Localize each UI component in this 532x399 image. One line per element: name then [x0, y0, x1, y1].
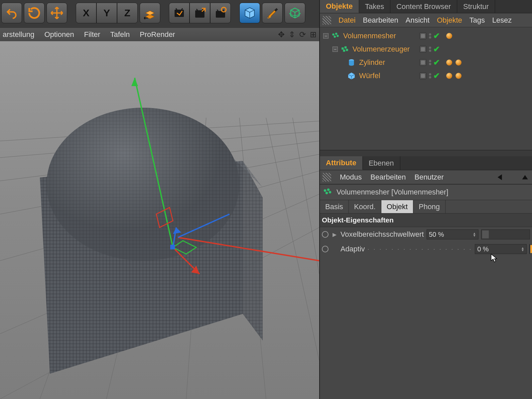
viewport-3d[interactable] [0, 41, 319, 399]
om-tabs: Objekte Takes Content Browser Struktur [320, 0, 532, 13]
om-menu-lesezeichen[interactable]: Lesez [492, 16, 512, 25]
am-empty-area [320, 256, 532, 399]
axis-x-button[interactable]: X [76, 3, 96, 23]
visibility-column: ✔ ✔ ✔ ✔ [420, 29, 440, 82]
am-menu-bearbeiten[interactable]: Bearbeiten [370, 173, 406, 182]
expand-icon[interactable]: ▶ [332, 231, 336, 238]
am-tabs: Attribute Ebenen [320, 156, 532, 170]
vpmenu-prorender[interactable]: ProRender [140, 30, 175, 39]
move-tool-button[interactable] [47, 3, 67, 23]
vp-nav-maximize-icon[interactable]: ⊞ [310, 30, 317, 39]
svg-point-20 [47, 108, 239, 261]
svg-point-30 [332, 33, 334, 36]
om-options-icon[interactable] [323, 16, 331, 25]
anim-key-toggle[interactable] [322, 231, 329, 238]
history-back-icon[interactable] [495, 173, 504, 182]
generator-button[interactable] [285, 3, 305, 23]
spinner-icon[interactable]: ▲▼ [521, 247, 524, 251]
viewport-menubar: arstellung Optionen Filter Tafeln ProRen… [0, 28, 319, 41]
layer-toggle[interactable] [420, 72, 426, 79]
undo-button[interactable] [1, 3, 22, 23]
tab-objekte[interactable]: Objekte [320, 0, 359, 13]
primitive-cube-button[interactable] [239, 3, 260, 23]
rotate-tool-button[interactable] [24, 3, 45, 23]
tab-takes[interactable]: Takes [359, 0, 390, 13]
history-up-icon[interactable] [521, 173, 529, 182]
enable-toggle[interactable]: ✔ [433, 31, 440, 41]
voxel-threshold-input[interactable]: 50 % ▲▼ [427, 229, 478, 239]
am-object-header: Volumenmesher [Volumenmesher] [320, 184, 532, 200]
am-menu-modus[interactable]: Modus [340, 173, 362, 182]
adaptiv-slider[interactable] [529, 244, 530, 254]
prop-section-title: Objekt-Eigenschaften [320, 213, 532, 227]
spinner-icon[interactable]: ▲▼ [473, 232, 476, 237]
layer-toggle[interactable] [420, 33, 426, 39]
svg-point-41 [326, 192, 328, 195]
svg-point-32 [334, 36, 336, 38]
om-menu-ansicht[interactable]: Ansicht [406, 16, 430, 25]
tab-ebenen[interactable]: Ebenen [363, 156, 400, 170]
vp-nav-zoom-icon[interactable]: ⇕ [289, 30, 295, 39]
coord-system-button[interactable] [140, 3, 160, 23]
tree-label: Volumenmesher [343, 32, 396, 40]
axis-x-label: X [83, 7, 89, 19]
cylinder-icon [347, 58, 356, 67]
om-menu-objekte[interactable]: Objekte [437, 16, 462, 25]
am-menu-benutzer[interactable]: Benutzer [414, 173, 444, 182]
axis-z-button[interactable]: Z [117, 3, 138, 23]
phong-tag-icon[interactable] [456, 73, 462, 79]
axis-y-button[interactable]: Y [96, 3, 117, 23]
am-menubar: Modus Bearbeiten Benutzer [320, 170, 532, 184]
anim-key-toggle[interactable] [322, 246, 329, 252]
enable-toggle[interactable]: ✔ [433, 71, 440, 80]
enable-toggle[interactable]: ✔ [433, 58, 440, 67]
axis-lock-group: X Y Z [76, 3, 138, 23]
enable-toggle[interactable]: ✔ [433, 45, 440, 54]
adaptiv-input[interactable]: 0 % ▲▼ [475, 244, 527, 254]
tab-content-browser[interactable]: Content Browser [390, 0, 457, 13]
layer-toggle[interactable] [420, 46, 426, 53]
phong-tag-icon[interactable] [446, 73, 452, 79]
svg-rect-34 [341, 48, 344, 50]
prop-adaptiv: ▶ Adaptiv · · · · · · · · · · · · · · · … [320, 242, 532, 256]
vpmenu-panels[interactable]: Tafeln [110, 30, 130, 39]
axis-y-label: Y [103, 7, 110, 19]
voxel-threshold-slider[interactable] [481, 229, 530, 239]
tab-struktur[interactable]: Struktur [457, 0, 495, 13]
expand-toggle[interactable]: – [323, 33, 329, 39]
cube-icon [347, 71, 356, 80]
render-settings-button[interactable] [210, 3, 231, 23]
numeric-value: 50 % [429, 231, 444, 238]
vp-nav-move-icon[interactable]: ✥ [278, 30, 285, 39]
vpmenu-view[interactable]: arstellung [3, 30, 34, 39]
tags-column [446, 29, 462, 82]
om-menu-tags[interactable]: Tags [469, 16, 485, 25]
svg-line-15 [266, 118, 319, 360]
am-options-icon[interactable] [323, 173, 331, 182]
phong-tag-icon[interactable] [446, 33, 452, 39]
om-menu-datei[interactable]: Datei [338, 16, 355, 25]
subtab-koord[interactable]: Koord. [349, 200, 381, 213]
expand-toggle[interactable]: – [332, 47, 338, 52]
vpmenu-options[interactable]: Optionen [44, 30, 74, 39]
spline-pen-button[interactable] [262, 3, 283, 23]
subtab-basis[interactable]: Basis [320, 200, 349, 213]
render-pv-button[interactable] [190, 3, 210, 23]
phong-tag-icon[interactable] [456, 60, 462, 66]
vp-nav-rotate-icon[interactable]: ⟳ [299, 30, 306, 39]
vpmenu-filter[interactable]: Filter [84, 30, 100, 39]
tab-attribute[interactable]: Attribute [320, 156, 363, 170]
render-view-button[interactable] [169, 3, 190, 23]
svg-rect-0 [175, 10, 184, 17]
svg-marker-24 [131, 78, 138, 86]
om-menu-bearbeiten[interactable]: Bearbeiten [363, 16, 398, 25]
svg-rect-29 [170, 245, 175, 249]
subtab-phong[interactable]: Phong [413, 200, 446, 213]
subtab-objekt[interactable]: Objekt [381, 200, 414, 213]
svg-point-40 [327, 189, 330, 191]
phong-tag-icon[interactable] [446, 60, 452, 66]
svg-point-33 [336, 35, 339, 37]
layer-toggle[interactable] [420, 59, 426, 66]
object-tree[interactable]: – Volumenmesher – Volumenerzeuger Zylind… [320, 27, 532, 150]
svg-point-39 [324, 189, 327, 192]
